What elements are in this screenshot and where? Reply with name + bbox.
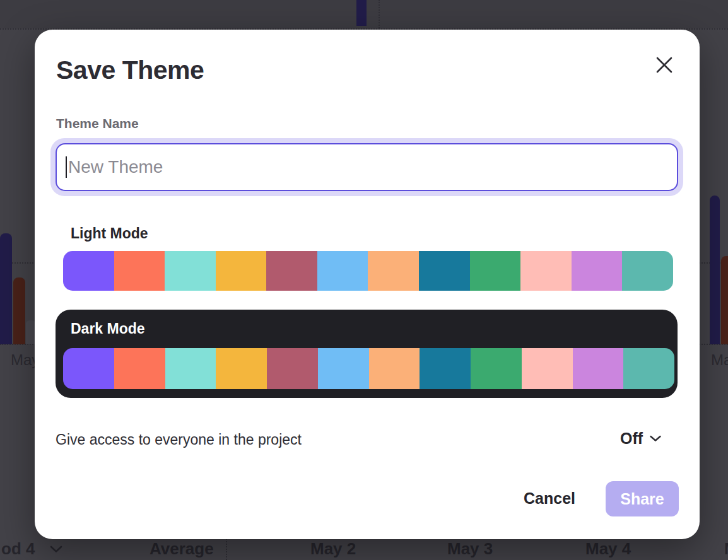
backdrop-bar-navy-left xyxy=(0,233,12,344)
cancel-button[interactable]: Cancel xyxy=(524,489,575,508)
color-swatch xyxy=(522,348,573,389)
save-theme-dialog: Save Theme Theme Name Light Mode Dark Mo… xyxy=(35,30,700,539)
backdrop-column-label-average: Average xyxy=(150,539,214,559)
backdrop-column-label-may2: May 2 xyxy=(310,539,356,559)
backdrop-period-dropdown: od 4 xyxy=(1,539,62,559)
color-swatch xyxy=(368,251,419,291)
dark-mode-palette xyxy=(63,348,674,389)
light-mode-label: Light Mode xyxy=(71,225,148,242)
backdrop-column-label-clipped: M xyxy=(724,539,728,559)
backdrop-bar-navy-right xyxy=(710,195,720,344)
dark-mode-label: Dark Mode xyxy=(71,320,145,337)
backdrop-column-label-may4: May 4 xyxy=(585,539,631,559)
color-swatch xyxy=(216,348,267,389)
text-cursor xyxy=(66,156,67,178)
color-swatch xyxy=(520,251,572,291)
theme-name-input[interactable] xyxy=(56,143,678,191)
chevron-down-icon xyxy=(50,545,62,553)
color-swatch xyxy=(266,251,317,291)
color-swatch xyxy=(420,348,471,389)
color-swatch xyxy=(471,348,522,389)
color-swatch xyxy=(267,348,318,389)
share-button[interactable]: Share xyxy=(606,481,679,516)
close-button[interactable] xyxy=(652,52,677,78)
color-swatch xyxy=(114,251,165,291)
color-swatch xyxy=(63,251,114,291)
theme-name-input-focus-ring xyxy=(50,138,683,196)
color-swatch xyxy=(63,348,114,389)
color-swatch xyxy=(470,251,521,291)
color-swatch xyxy=(572,251,623,291)
dialog-title: Save Theme xyxy=(56,55,204,85)
color-swatch xyxy=(419,251,470,291)
backdrop-column-label-may3: May 3 xyxy=(447,539,493,559)
dark-mode-card: Dark Mode xyxy=(56,310,678,398)
color-swatch xyxy=(165,251,216,291)
color-swatch xyxy=(622,251,673,291)
backdrop-grid-vline-top xyxy=(379,0,380,28)
color-swatch xyxy=(216,251,267,291)
light-mode-palette xyxy=(63,251,673,291)
access-toggle-label: Give access to everyone in the project xyxy=(56,431,302,448)
color-swatch xyxy=(318,348,369,389)
backdrop-bar-red-left xyxy=(13,277,25,344)
color-swatch xyxy=(165,348,216,389)
access-dropdown[interactable]: Off xyxy=(620,429,661,448)
backdrop-axis-label-right: Ma xyxy=(711,351,728,369)
app-screen: { "modal": { "title": "Save Theme", "the… xyxy=(0,0,728,560)
backdrop-period-label: od 4 xyxy=(1,539,35,559)
color-swatch xyxy=(623,348,674,389)
color-swatch xyxy=(317,251,368,291)
close-icon xyxy=(655,56,673,74)
color-swatch xyxy=(573,348,624,389)
backdrop-bar-red-right xyxy=(721,256,728,344)
access-dropdown-value: Off xyxy=(620,429,643,448)
theme-name-label: Theme Name xyxy=(56,116,139,131)
color-swatch xyxy=(114,348,165,389)
color-swatch xyxy=(369,348,420,389)
chevron-down-icon xyxy=(650,435,661,442)
backdrop-bar-top-navy xyxy=(356,0,367,26)
